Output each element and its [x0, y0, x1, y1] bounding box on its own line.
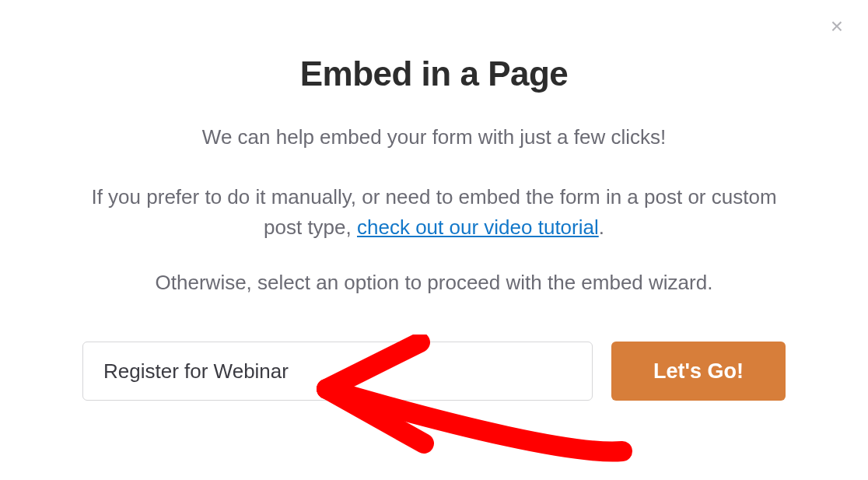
action-row: Let's Go!: [78, 342, 790, 401]
modal-subtitle: We can help embed your form with just a …: [78, 123, 790, 151]
close-button[interactable]: ×: [828, 16, 846, 34]
page-name-input[interactable]: [82, 342, 593, 401]
modal-paragraph-manual: If you prefer to do it manually, or need…: [78, 182, 790, 243]
video-tutorial-link[interactable]: check out our video tutorial: [357, 215, 599, 239]
modal-paragraph-wizard: Otherwise, select an option to proceed w…: [78, 268, 790, 298]
lets-go-button[interactable]: Let's Go!: [611, 342, 786, 401]
close-icon: ×: [831, 14, 843, 38]
modal-title: Embed in a Page: [78, 54, 790, 93]
embed-modal-content: Embed in a Page We can help embed your f…: [0, 0, 868, 401]
paragraph-suffix: .: [599, 215, 604, 239]
